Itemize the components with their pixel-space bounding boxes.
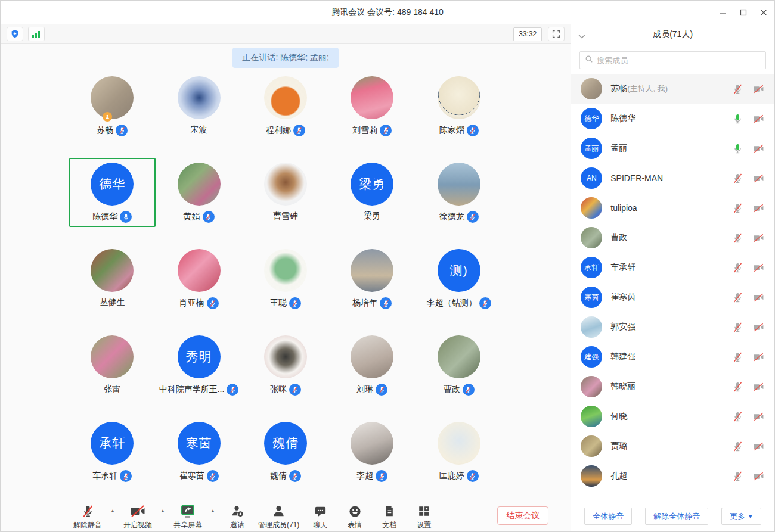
toolbar-item-doc[interactable]: 文档 [372,503,407,530]
toolbar-item-label: 开启视频 [123,520,152,530]
member-row[interactable]: 韩晓丽 [571,372,774,402]
participant-tile[interactable]: 曹雪砷 [242,158,328,227]
camera-off-icon[interactable] [752,381,765,393]
camera-off-icon[interactable] [752,322,765,333]
participant-tile[interactable]: 测) 李超（钻测） [416,244,502,313]
chevron-up-icon[interactable]: ▲ [210,508,215,514]
member-row[interactable]: 德华 陈德华 [571,104,774,133]
toolbar-item-invite[interactable]: 邀请 [220,503,255,530]
member-row[interactable]: 孟丽 孟丽 [571,133,774,163]
mic-status-icon[interactable] [732,203,743,214]
participant-tile[interactable]: 梁勇 梁勇 [329,158,416,227]
toolbar-item-settings[interactable]: 设置 [407,503,441,530]
mic-status-icon[interactable] [732,441,743,452]
participant-tile[interactable]: 张雷 [69,331,156,400]
participant-tile[interactable]: 承轩 车承轩 [69,417,156,486]
camera-off-icon[interactable] [752,113,765,125]
camera-off-icon[interactable] [752,232,765,244]
mic-status-icon[interactable] [732,322,743,333]
toolbar-item-emoji[interactable]: 表情 [337,503,372,530]
toolbar-item-share-screen[interactable]: 共享屏幕 ▲ [170,503,206,530]
camera-off-icon[interactable] [752,262,765,273]
participant-tile[interactable]: 黄娟 [156,158,242,227]
collapse-chevron-icon[interactable] [578,30,585,41]
participant-tile[interactable]: 宋波 [156,71,242,141]
avatar: 德华 [581,108,602,129]
participant-tile[interactable]: 魏倩 魏倩 [242,417,328,486]
avatar [581,435,602,457]
toolbar-item-camera-off[interactable]: 开启视频 ▲ [120,503,156,530]
member-search-input[interactable] [597,56,761,65]
participant-tile[interactable]: 李超 [329,417,416,486]
network-quality-icon[interactable] [28,27,45,41]
mic-status-icon[interactable] [732,292,743,303]
member-row[interactable]: tulipioa [571,193,774,223]
participant-tile[interactable]: 曹政 [416,331,502,400]
participant-tile[interactable]: 刘雪莉 [329,71,416,141]
minimize-button[interactable] [719,9,727,17]
participant-tile[interactable]: 杨培年 [329,244,416,313]
camera-off-icon[interactable] [752,351,765,363]
mic-status-icon[interactable] [732,83,743,95]
mic-status-icon[interactable] [732,381,743,393]
member-row[interactable]: AN SPIDER-MAN [571,163,774,193]
mic-status-icon [467,211,479,223]
member-row[interactable]: 贾璐 [571,431,774,461]
fullscreen-icon[interactable] [548,27,565,41]
member-row[interactable]: 何晓 [571,402,774,431]
participant-tile[interactable]: 程利娜 [242,71,328,141]
mute-all-button[interactable]: 全体静音 [584,508,632,525]
mic-status-icon[interactable] [732,351,743,363]
mic-status-icon[interactable] [732,411,743,422]
participant-tile[interactable]: 寒茵 崔寒茵 [156,417,242,486]
participant-tile[interactable]: 张咪 [242,331,328,400]
security-shield-icon[interactable] [7,27,23,41]
mic-status-icon[interactable] [732,262,743,273]
participant-name: 梁勇 [364,211,380,222]
participant-tile[interactable]: 秀明 中科院声学所王... [156,331,242,400]
speaking-banner: 正在讲话: 陈德华; 孟丽; [232,48,338,68]
participant-tile[interactable]: 刘琳 [329,331,416,400]
participant-tile[interactable]: 丛健生 [69,244,156,313]
member-row[interactable]: 孔超 [571,461,774,491]
camera-off-icon[interactable] [752,292,765,303]
camera-off-icon[interactable] [752,143,765,154]
member-row[interactable]: 郭安强 [571,312,774,342]
maximize-button[interactable] [740,9,747,16]
participant-tile[interactable]: 德华 陈德华 [69,158,156,227]
mic-status-icon[interactable] [732,173,743,184]
participant-tile[interactable]: 王聪 [242,244,328,313]
member-row[interactable]: 寒茵 崔寒茵 [571,282,774,312]
member-row[interactable]: 苏畅(主持人, 我) [571,74,774,104]
close-button[interactable] [760,9,767,16]
mic-status-icon[interactable] [732,113,743,125]
member-row[interactable]: 曹政 [571,223,774,253]
participant-tile[interactable]: 陈家熠 [416,71,502,141]
avatar: 秀明 [178,335,221,378]
member-row[interactable]: 建强 韩建强 [571,342,774,372]
unmute-all-button[interactable]: 解除全体静音 [645,508,708,525]
chevron-up-icon[interactable]: ▲ [110,508,115,514]
camera-off-icon[interactable] [752,471,765,482]
camera-off-icon[interactable] [752,203,765,214]
member-row[interactable]: 承轩 车承轩 [571,253,774,282]
participant-tile[interactable]: 匡鹿婷 [416,417,502,486]
camera-off-icon[interactable] [752,411,765,422]
participant-tile[interactable]: 苏畅 [69,71,156,141]
member-search-box[interactable] [579,51,766,69]
toolbar-item-mic-muted[interactable]: 解除静音 ▲ [70,503,106,530]
mic-status-icon[interactable] [732,143,743,154]
camera-off-icon[interactable] [752,441,765,452]
toolbar-item-members[interactable]: 管理成员(71) [255,503,303,530]
mic-status-icon[interactable] [732,471,743,482]
camera-off-icon[interactable] [752,173,765,184]
participant-tile[interactable]: 徐德龙 [416,158,502,227]
chevron-up-icon[interactable]: ▲ [160,508,165,514]
end-meeting-button[interactable]: 结束会议 [497,506,548,525]
more-button[interactable]: 更多▼ [721,508,761,525]
mic-status-icon[interactable] [732,232,743,244]
participant-tile[interactable]: 肖亚楠 [156,244,242,313]
camera-off-icon[interactable] [752,83,765,95]
avatar: 寒茵 [178,422,221,465]
toolbar-item-chat[interactable]: 聊天 [303,503,337,530]
